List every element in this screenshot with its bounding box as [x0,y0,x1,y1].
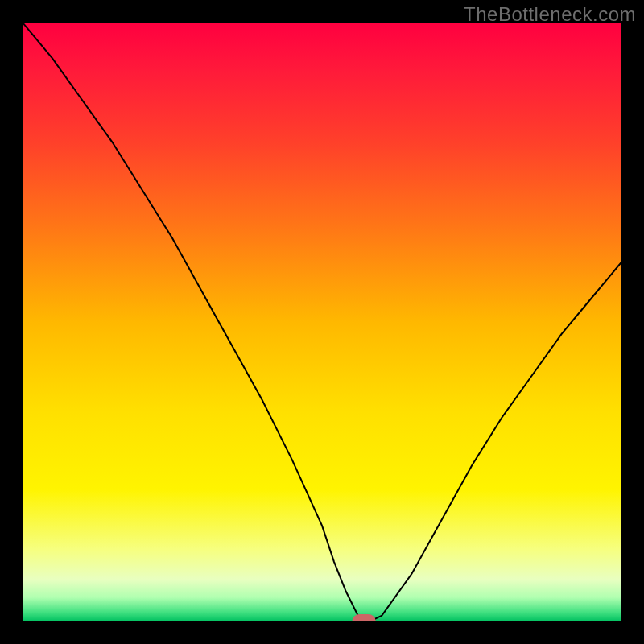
watermark-text: TheBottleneck.com [464,3,636,26]
optimal-point-marker [355,617,373,621]
plot-area [23,23,621,621]
bottleneck-chart [23,23,621,621]
chart-frame: TheBottleneck.com [0,0,644,644]
gradient-background [23,23,621,621]
